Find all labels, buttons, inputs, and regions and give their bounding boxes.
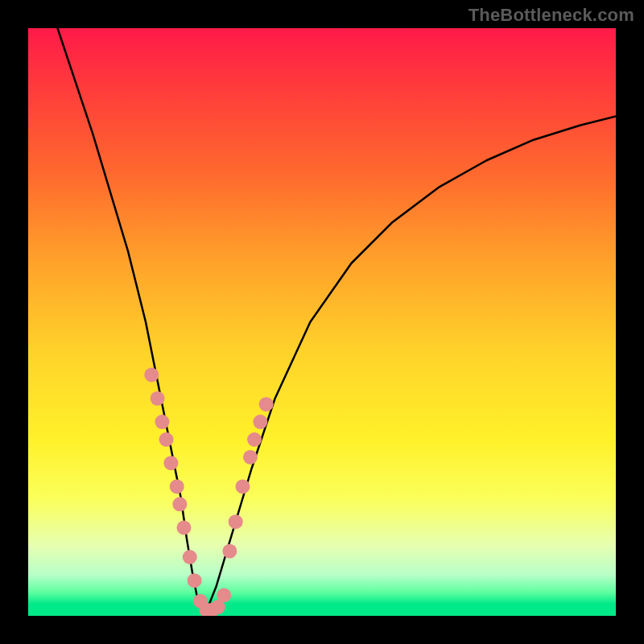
data-point (247, 432, 262, 447)
data-point (144, 368, 159, 382)
data-point (229, 514, 243, 529)
data-point (172, 497, 187, 511)
data-point (259, 397, 274, 411)
data-point (155, 415, 169, 429)
data-point (163, 456, 178, 470)
data-point (176, 521, 191, 535)
data-point (188, 573, 202, 588)
data-point (235, 479, 250, 493)
scatter-layer (144, 368, 273, 616)
data-point (243, 450, 258, 464)
plot-area (28, 28, 616, 616)
data-point (253, 415, 267, 429)
curve-bottleneck-curve-right (204, 117, 616, 617)
chart-svg (28, 28, 616, 616)
chart-frame: TheBottleneck.com (0, 0, 644, 644)
data-point (151, 391, 165, 406)
data-point (183, 550, 197, 564)
curve-layer (58, 28, 617, 616)
data-point (222, 544, 237, 559)
watermark-text: TheBottleneck.com (469, 5, 634, 26)
data-point (159, 432, 174, 447)
data-point (170, 479, 184, 493)
data-point (217, 588, 231, 602)
